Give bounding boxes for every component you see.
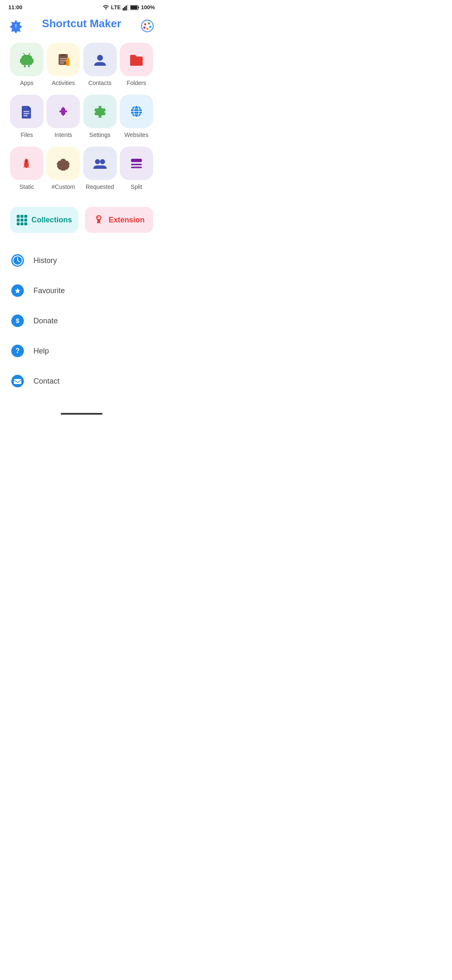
settings-icon xyxy=(91,103,109,120)
custom-icon-wrap xyxy=(46,147,80,180)
svg-rect-51 xyxy=(17,219,20,222)
svg-rect-45 xyxy=(131,159,142,162)
requested-icon xyxy=(91,155,109,172)
palette-icon xyxy=(141,19,154,33)
grid-item-settings[interactable]: Settings xyxy=(83,95,117,138)
svg-rect-33 xyxy=(23,115,28,116)
contact-icon-wrap xyxy=(10,374,25,389)
svg-rect-50 xyxy=(24,215,27,218)
history-icon-wrap xyxy=(10,253,25,268)
svg-rect-0 xyxy=(123,8,124,10)
folders-label: Folders xyxy=(127,80,146,86)
apps-icon-wrap xyxy=(10,43,44,76)
svg-rect-1 xyxy=(124,7,125,10)
contact-label: Contact xyxy=(33,377,59,386)
svg-text:$: $ xyxy=(16,317,20,324)
status-time: 11:00 xyxy=(8,4,22,10)
grid-item-activities[interactable]: Activities xyxy=(46,43,80,86)
favourite-label: Favourite xyxy=(33,286,65,295)
battery-label: 100% xyxy=(141,4,155,10)
split-icon-wrap xyxy=(120,147,153,180)
grid-item-split[interactable]: Split xyxy=(120,147,153,190)
websites-label: Websites xyxy=(124,132,148,138)
svg-rect-55 xyxy=(21,222,23,225)
grid-item-websites[interactable]: Websites xyxy=(120,95,153,138)
static-icon-wrap xyxy=(10,147,44,180)
menu-item-help[interactable]: ? Help xyxy=(10,336,153,366)
folders-icon-wrap xyxy=(120,43,153,76)
activities-label: Activities xyxy=(52,80,75,86)
grid-item-apps[interactable]: Apps xyxy=(10,43,44,86)
svg-point-12 xyxy=(146,28,149,30)
requested-label: Requested xyxy=(86,183,114,190)
signal-icon xyxy=(123,5,128,10)
grid-item-contacts[interactable]: Contacts xyxy=(83,43,117,86)
extension-button[interactable]: Extension xyxy=(85,207,153,233)
folders-icon xyxy=(128,51,145,68)
svg-rect-48 xyxy=(17,215,20,218)
badge-button[interactable]: ! xyxy=(8,18,23,34)
grid-item-folders[interactable]: Folders xyxy=(120,43,153,86)
svg-point-43 xyxy=(95,159,100,164)
status-bar: 11:00 LTE 100% xyxy=(0,0,163,13)
menu-item-donate[interactable]: $ Donate xyxy=(10,306,153,336)
lte-label: LTE xyxy=(111,4,121,10)
svg-rect-53 xyxy=(24,219,27,222)
extension-touch-icon xyxy=(93,214,104,225)
svg-rect-3 xyxy=(127,5,128,10)
grid-item-requested[interactable]: Requested xyxy=(83,147,117,190)
split-icon xyxy=(128,155,145,172)
svg-point-30 xyxy=(97,55,103,61)
badge-icon: ! xyxy=(9,19,23,33)
requested-icon-wrap xyxy=(83,147,117,180)
collections-button[interactable]: Collections xyxy=(10,207,78,233)
websites-icon-wrap xyxy=(120,95,153,128)
svg-rect-31 xyxy=(23,111,29,112)
app-header: ! Shortcut Maker xyxy=(0,13,163,39)
grid-row-3: Static #Custom Requested xyxy=(10,147,153,190)
svg-point-9 xyxy=(144,23,146,25)
custom-label: #Custom xyxy=(51,183,75,190)
grid-item-static[interactable]: Static xyxy=(10,147,44,190)
static-label: Static xyxy=(19,183,34,190)
custom-icon xyxy=(54,155,72,172)
svg-rect-23 xyxy=(61,54,65,56)
activities-icon-wrap xyxy=(46,43,80,76)
home-bar xyxy=(61,413,103,415)
apps-label: Apps xyxy=(20,80,33,86)
websites-icon xyxy=(128,103,145,120)
grid-item-intents[interactable]: Intents xyxy=(46,95,80,138)
favourite-icon-wrap xyxy=(10,283,25,298)
extension-label: Extension xyxy=(108,216,144,224)
grid-item-files[interactable]: Files xyxy=(10,95,44,138)
menu-item-contact[interactable]: Contact xyxy=(10,366,153,396)
donate-icon: $ xyxy=(10,314,25,328)
svg-point-10 xyxy=(148,22,150,24)
menu-item-favourite[interactable]: Favourite xyxy=(10,276,153,306)
collections-label: Collections xyxy=(31,216,72,224)
favourite-icon xyxy=(10,284,25,298)
svg-rect-19 xyxy=(28,65,30,67)
svg-rect-16 xyxy=(20,59,22,63)
grid-item-custom[interactable]: #Custom xyxy=(46,147,80,190)
contact-icon xyxy=(10,374,25,388)
intents-icon-wrap xyxy=(46,95,80,128)
svg-rect-46 xyxy=(131,164,142,165)
svg-point-58 xyxy=(98,217,99,218)
palette-button[interactable] xyxy=(140,18,155,34)
action-buttons-row: Collections Extension xyxy=(0,199,163,245)
status-icons: LTE 100% xyxy=(103,4,155,10)
grid-row-1: Apps Activities xyxy=(10,43,153,86)
settings-icon-wrap xyxy=(83,95,117,128)
intents-icon xyxy=(54,103,72,120)
files-icon xyxy=(18,103,36,120)
menu-item-history[interactable]: History xyxy=(10,245,153,276)
contacts-icon xyxy=(91,51,109,68)
battery-icon xyxy=(130,5,139,10)
svg-text:!: ! xyxy=(15,23,17,29)
contacts-label: Contacts xyxy=(88,80,111,86)
svg-rect-49 xyxy=(21,215,23,218)
help-icon: ? xyxy=(10,344,25,358)
static-icon xyxy=(18,155,36,172)
svg-rect-69 xyxy=(14,379,21,384)
